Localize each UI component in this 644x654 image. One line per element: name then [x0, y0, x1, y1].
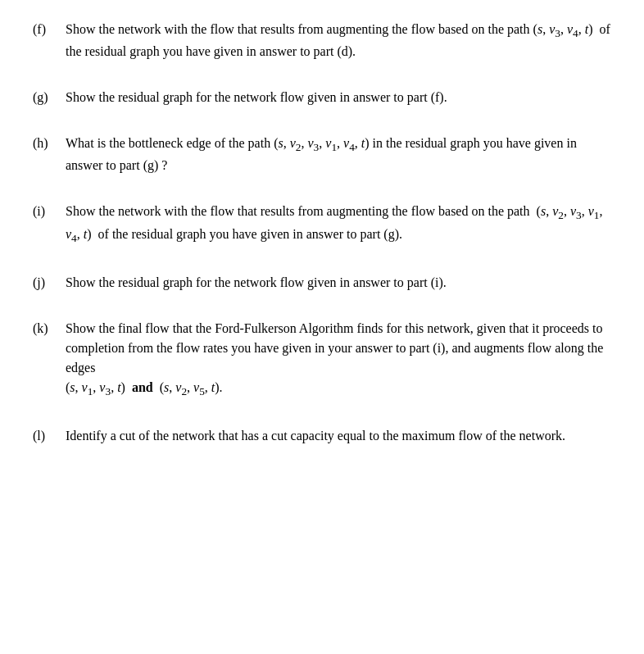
label-l: (l): [33, 426, 66, 446]
text-g: Show the residual graph for the network …: [66, 88, 611, 107]
text-l: Identify a cut of the network that has a…: [66, 426, 611, 446]
question-k: (k) Show the final flow that the Ford-Fu…: [33, 319, 611, 400]
label-h: (h): [33, 134, 66, 175]
text-j: Show the residual graph for the network …: [66, 273, 611, 293]
label-f: (f): [33, 20, 66, 61]
question-i: (i) Show the network with the flow that …: [33, 202, 611, 246]
text-f: Show the network with the flow that resu…: [66, 20, 611, 61]
text-i: Show the network with the flow that resu…: [66, 202, 611, 246]
label-j: (j): [33, 273, 66, 293]
text-k: Show the final flow that the Ford-Fulker…: [66, 319, 611, 400]
question-h: (h) What is the bottleneck edge of the p…: [33, 134, 611, 175]
question-j: (j) Show the residual graph for the netw…: [33, 273, 611, 293]
label-i: (i): [33, 202, 66, 246]
label-g: (g): [33, 88, 66, 107]
question-l: (l) Identify a cut of the network that h…: [33, 426, 611, 446]
questions-container: (f) Show the network with the flow that …: [33, 20, 611, 446]
label-k: (k): [33, 319, 66, 400]
question-g: (g) Show the residual graph for the netw…: [33, 88, 611, 107]
question-f: (f) Show the network with the flow that …: [33, 20, 611, 61]
text-h: What is the bottleneck edge of the path …: [66, 134, 611, 175]
